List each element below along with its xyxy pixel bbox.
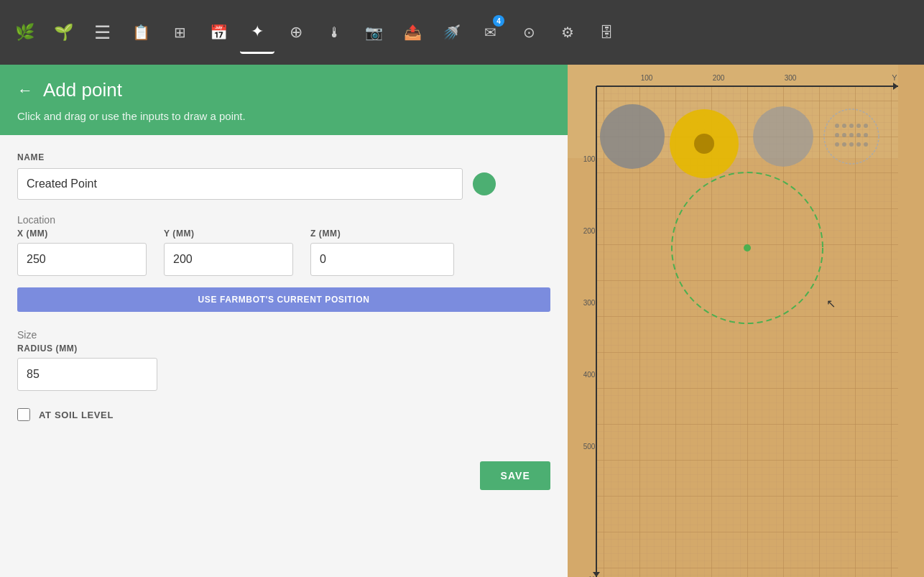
svg-point-29 [842, 133, 846, 137]
grid-icon[interactable]: ⊞ [162, 11, 197, 54]
seedling-icon[interactable]: 🌱 [46, 11, 80, 54]
svg-point-26 [856, 124, 861, 128]
crosshair-icon[interactable]: ⊕ [279, 11, 313, 54]
save-row: SAVE [0, 461, 568, 490]
z-input[interactable] [310, 243, 454, 276]
name-row [17, 168, 550, 200]
z-label: Z (MM) [310, 229, 454, 239]
y-group: Y (MM) [164, 229, 293, 276]
panel-title: Add point [43, 79, 122, 101]
panel-header: ← Add point Click and drag or use the in… [0, 65, 568, 135]
right-panel: Y X 100 200 300 100 200 300 400 500 [568, 65, 924, 577]
svg-point-18 [600, 104, 665, 169]
main-layout: ← Add point Click and drag or use the in… [0, 65, 924, 577]
panel-subtitle: Click and drag or use the inputs to draw… [17, 110, 246, 122]
svg-text:200: 200 [713, 74, 725, 82]
color-dot[interactable] [473, 172, 496, 195]
svg-text:200: 200 [583, 227, 596, 235]
calendar-note-icon[interactable]: 📋 [124, 11, 158, 54]
size-label: Size [17, 329, 550, 341]
svg-text:Y: Y [892, 73, 897, 82]
y-input[interactable] [164, 243, 293, 276]
name-label: NAME [17, 152, 550, 162]
at-soil-checkbox[interactable] [17, 408, 30, 421]
mail-badge: 4 [493, 15, 504, 27]
radius-input[interactable] [17, 358, 157, 391]
top-nav: 🌿 🌱 ☰ 📋 ⊞ 📅 ✦ ⊕ 🌡 📷 📤 🚿 ✉ 4 ⊙ ⚙ 🗄 [0, 0, 924, 65]
pointer-icon[interactable]: ✦ [240, 11, 274, 54]
svg-text:↖: ↖ [826, 297, 836, 310]
lifering-icon[interactable]: ⊙ [512, 11, 546, 54]
z-group: Z (MM) [310, 229, 454, 276]
back-button[interactable]: ← [17, 81, 33, 100]
plant-icon[interactable]: 🌿 [7, 11, 42, 54]
at-soil-row: AT SOIL LEVEL [17, 408, 550, 421]
svg-text:300: 300 [583, 299, 596, 307]
svg-point-37 [864, 142, 868, 147]
svg-point-33 [835, 142, 839, 147]
farmbot-position-button[interactable]: USE FARMBOT'S CURRENT POSITION [17, 287, 550, 312]
svg-point-39 [744, 244, 751, 251]
svg-text:300: 300 [785, 74, 797, 82]
svg-point-31 [856, 133, 861, 137]
svg-point-23 [835, 124, 839, 128]
svg-point-21 [753, 106, 813, 167]
settings-icon[interactable]: ⚙ [550, 11, 585, 54]
export-icon[interactable]: 📤 [395, 11, 430, 54]
list-icon[interactable]: ☰ [85, 11, 119, 54]
coords-row: X (MM) Y (MM) Z (MM) [17, 229, 550, 276]
save-button[interactable]: SAVE [480, 461, 550, 490]
svg-point-30 [849, 133, 854, 137]
storage-icon[interactable]: 🗄 [589, 11, 624, 54]
form-area: NAME Location X (MM) Y (MM) Z (MM) [0, 135, 568, 456]
location-label: Location [17, 214, 550, 226]
name-input[interactable] [17, 168, 463, 200]
at-soil-label: AT SOIL LEVEL [39, 410, 114, 420]
svg-text:500: 500 [583, 443, 596, 451]
left-panel: ← Add point Click and drag or use the in… [0, 65, 568, 577]
svg-point-36 [856, 142, 861, 147]
radius-label: RADIUS (MM) [17, 343, 550, 354]
camera-icon[interactable]: 📷 [356, 11, 391, 54]
x-input[interactable] [17, 243, 147, 276]
thermometer-icon[interactable]: 🌡 [318, 11, 352, 54]
map-svg: Y X 100 200 300 100 200 300 400 500 [568, 65, 924, 577]
date-icon[interactable]: 📅 [201, 11, 236, 54]
svg-text:400: 400 [583, 371, 596, 379]
svg-point-20 [694, 134, 714, 154]
mail-icon[interactable]: ✉ 4 [473, 11, 507, 54]
svg-point-24 [842, 124, 846, 128]
y-label: Y (MM) [164, 229, 293, 239]
x-label: X (MM) [17, 229, 147, 239]
svg-text:100: 100 [583, 155, 596, 163]
spray-icon[interactable]: 🚿 [434, 11, 468, 54]
svg-point-35 [849, 142, 854, 147]
svg-point-34 [842, 142, 846, 147]
map-canvas[interactable]: Y X 100 200 300 100 200 300 400 500 [568, 65, 924, 577]
svg-text:100: 100 [641, 74, 653, 82]
svg-point-28 [835, 133, 839, 137]
svg-point-32 [864, 133, 868, 137]
x-group: X (MM) [17, 229, 147, 276]
svg-point-27 [864, 124, 868, 128]
svg-point-25 [849, 124, 854, 128]
radius-group: RADIUS (MM) [17, 343, 550, 391]
